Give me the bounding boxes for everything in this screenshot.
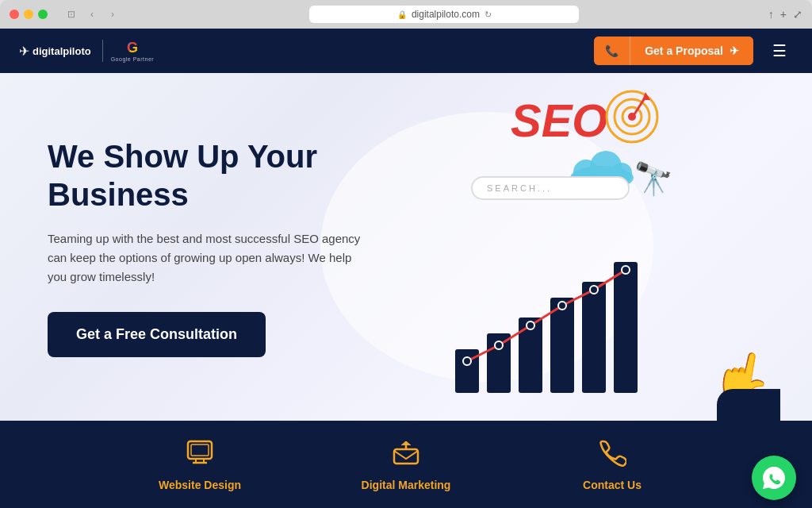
traffic-lights [10, 10, 48, 19]
website-content: ✈ digitalpiloto G Google Partner 📞 Get a… [0, 29, 812, 508]
nav-logo: ✈ digitalpiloto G Google Partner [19, 40, 154, 62]
footer-section: Website Design Digital Marketing [0, 421, 812, 508]
share-button[interactable]: ↑ [768, 8, 774, 21]
url-text: digitalpiloto.com [412, 9, 480, 20]
search-placeholder-text: SEARCH... [487, 183, 552, 193]
whatsapp-button[interactable] [752, 456, 796, 500]
svg-point-16 [463, 357, 471, 365]
nav-right-section: 📞 Get a Proposal ✈ ☰ [594, 37, 793, 65]
svg-point-18 [527, 321, 534, 329]
navigation: ✈ digitalpiloto G Google Partner 📞 Get a… [0, 29, 812, 73]
svg-point-17 [495, 341, 503, 349]
whatsapp-icon [761, 465, 787, 491]
logo-plane-icon: ✈ [19, 44, 29, 59]
seo-text: SEO [511, 98, 608, 144]
footer-item-contact-us[interactable]: Contact Us [509, 429, 715, 501]
google-partner-label: Google Partner [111, 56, 154, 62]
address-bar[interactable]: 🔒 digitalpiloto.com ↻ [309, 6, 579, 23]
website-design-icon [186, 438, 214, 472]
browser-titlebar: ⊡ ‹ › 🔒 digitalpiloto.com ↻ ↑ + ⤢ [0, 0, 812, 29]
svg-rect-26 [394, 449, 418, 464]
outbox-icon [392, 438, 420, 467]
google-partner-badge: G Google Partner [102, 40, 154, 62]
hero-content: We Show Up Your Business Teaming up with… [48, 137, 428, 357]
contact-us-label: Contact Us [583, 479, 642, 491]
svg-point-21 [622, 266, 630, 274]
proposal-send-icon: ✈ [730, 44, 739, 57]
reload-icon[interactable]: ↻ [485, 10, 492, 20]
google-g-icon: G [127, 40, 138, 56]
fullscreen-traffic-light[interactable] [38, 10, 48, 19]
search-bar-illustration: SEARCH... [471, 176, 630, 200]
lock-icon: 🔒 [397, 10, 407, 19]
seo-label-group: SEO [511, 97, 660, 144]
fullscreen-button[interactable]: ⤢ [793, 8, 802, 21]
svg-rect-15 [614, 262, 638, 393]
hero-illustration: SEO [431, 73, 780, 421]
svg-point-20 [590, 286, 598, 294]
hero-title: We Show Up Your Business [48, 137, 428, 214]
website-design-label: Website Design [159, 479, 241, 491]
digital-marketing-label: Digital Marketing [362, 479, 451, 491]
new-tab-button[interactable]: + [780, 8, 787, 21]
proposal-btn-label: Get a Proposal [645, 44, 723, 57]
footer-item-digital-marketing[interactable]: Digital Marketing [303, 429, 509, 501]
contact-phone-icon [598, 438, 626, 472]
binoculars-icon: 🔭 [634, 160, 673, 198]
monitor-icon [186, 438, 214, 467]
browser-window: ⊡ ‹ › 🔒 digitalpiloto.com ↻ ↑ + ⤢ ✈ digi… [0, 0, 812, 508]
nav-phone-button[interactable]: 📞 [594, 37, 630, 65]
back-button[interactable]: ‹ [84, 6, 100, 22]
window-mode-button[interactable]: ⊡ [63, 6, 79, 22]
browser-action-buttons: ↑ + ⤢ [768, 8, 802, 21]
logo-brand-text: digitalpiloto [33, 45, 91, 57]
bar-chart-illustration [447, 238, 701, 397]
address-bar-area: 🔒 digitalpiloto.com ↻ [127, 6, 762, 23]
hero-cta-button[interactable]: Get a Free Consultation [48, 312, 266, 357]
close-traffic-light[interactable] [10, 10, 19, 19]
nav-cta-group: 📞 Get a Proposal ✈ [594, 37, 753, 65]
hero-section: We Show Up Your Business Teaming up with… [0, 73, 812, 421]
digital-marketing-icon [392, 438, 420, 472]
hero-description: Teaming up with the best and most succes… [48, 229, 365, 287]
target-icon [604, 89, 660, 144]
minimize-traffic-light[interactable] [24, 10, 33, 19]
svg-rect-25 [191, 444, 209, 456]
svg-rect-14 [582, 282, 606, 393]
hand-sleeve [717, 389, 780, 421]
svg-point-19 [558, 302, 566, 310]
browser-nav-controls: ⊡ ‹ › [63, 6, 121, 22]
forward-button[interactable]: › [105, 6, 121, 22]
phone-icon [598, 438, 626, 467]
nav-hamburger-button[interactable]: ☰ [766, 38, 793, 64]
nav-proposal-button[interactable]: Get a Proposal ✈ [630, 37, 753, 65]
logo-text: ✈ digitalpiloto [19, 44, 91, 59]
footer-item-website-design[interactable]: Website Design [97, 429, 303, 501]
